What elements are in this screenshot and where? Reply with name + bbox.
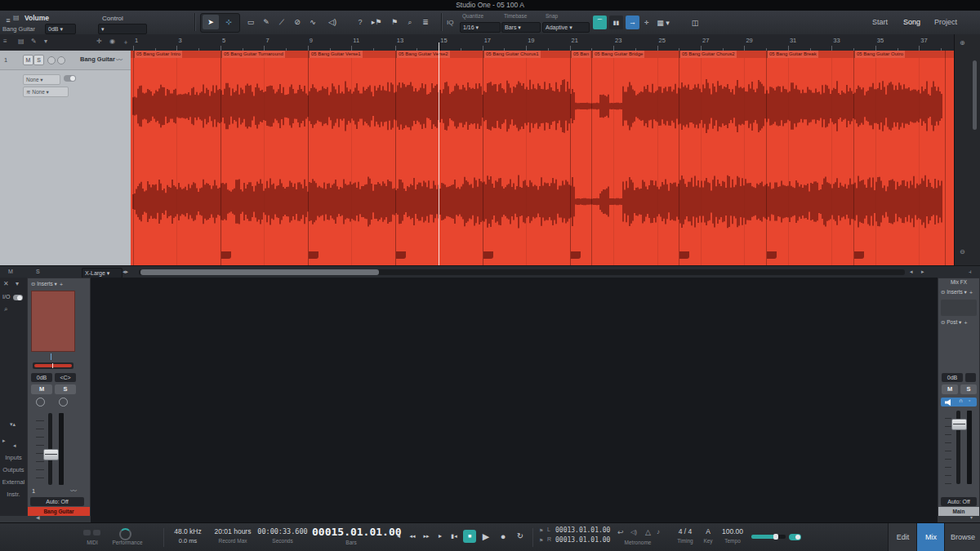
position-display[interactable]: 00015.01.01.00	[312, 526, 390, 538]
zoom-tool-icon[interactable]: ⌕	[403, 15, 417, 29]
view-button-song[interactable]: Song	[903, 11, 931, 34]
panel-button-browse[interactable]: Browse	[944, 523, 980, 551]
listen-tool-button[interactable]: ◁)	[325, 15, 340, 29]
performance-meter-dial[interactable]	[119, 528, 131, 540]
main-pan-box[interactable]	[965, 373, 976, 382]
marker-prev-icon[interactable]: ⚑	[387, 15, 402, 29]
playhead[interactable]	[439, 51, 439, 265]
channel-search-icon[interactable]: ⌕	[4, 305, 7, 313]
macro-icon[interactable]: ≣	[418, 15, 433, 29]
timeline-ruler[interactable]: ≡ ▤ ✎ ▾ ✛ ◉ ＋ 13579111315171921232527293…	[0, 34, 980, 51]
return-to-start-button[interactable]: ▮◂	[448, 530, 461, 543]
paint-tool-button[interactable]: ✎	[259, 15, 274, 29]
main-solo-button[interactable]: S	[960, 384, 977, 394]
global-mute-button[interactable]: M	[8, 269, 13, 274]
help-button[interactable]: ?	[353, 15, 368, 29]
global-solo-button[interactable]: S	[36, 269, 40, 274]
event-section-label[interactable]: 05 Bang Guitar Verse2	[396, 51, 450, 58]
gain-marker[interactable]	[396, 251, 406, 259]
metronome-icon[interactable]: △	[645, 528, 651, 536]
track-mute-button[interactable]: M	[23, 55, 33, 65]
scroll-right-icon[interactable]: ▸	[921, 269, 924, 275]
main-post-header[interactable]: ⊙ Post ▾ ＋	[941, 319, 969, 327]
quantize-dropdown[interactable]: 1/16 ▾	[460, 22, 501, 33]
param-gain-dropdown[interactable]: 0dB ▾	[45, 24, 76, 34]
gain-marker[interactable]	[679, 251, 689, 259]
zoom-out-icon[interactable]: ⊖	[960, 248, 965, 256]
track-monitor-button[interactable]	[57, 56, 65, 64]
arrangement-area[interactable]: 05 Bang Guitar Intro05 Bang Guitar Turna…	[131, 51, 954, 265]
event-section-label[interactable]: 05 Bang Guitar Break	[767, 51, 818, 58]
track-record-arm-button[interactable]	[47, 56, 56, 64]
channel-fader-handle[interactable]	[43, 449, 59, 460]
output-volume-handle[interactable]	[773, 534, 778, 540]
rail-item-instr[interactable]: Instr.	[0, 491, 27, 498]
channel-strip-bang-guitar[interactable]: ⊙ Inserts ▾ ＋ 0dB <C> M S 1 〰 Auto: Off …	[27, 278, 91, 516]
key-value[interactable]: A	[701, 527, 715, 535]
control-link-label[interactable]: Control	[102, 15, 123, 22]
rail-item-inputs[interactable]: Inputs	[0, 454, 27, 461]
gain-marker[interactable]	[767, 251, 777, 259]
channel-gain-value[interactable]: 0dB	[31, 373, 52, 382]
follow-edit-button[interactable]: →	[626, 16, 639, 29]
arrow-tool-button[interactable]: ➤	[203, 15, 219, 29]
precount-icon[interactable]: ↩	[617, 528, 624, 536]
play-button[interactable]: ▶	[479, 530, 492, 543]
next-bar-button[interactable]: ▸	[434, 530, 447, 543]
event-section-label[interactable]: 05 Bang Guitar Verse1	[309, 51, 363, 58]
time-signature-value[interactable]: 4 / 4	[671, 527, 699, 535]
main-name-label[interactable]: Main	[938, 507, 979, 516]
mixfx-label[interactable]: Mix FX	[938, 279, 979, 285]
event-section-label[interactable]: 05 Bang Guitar Bridge	[592, 51, 644, 58]
channel-monitor-button[interactable]	[36, 398, 45, 407]
event-section-label[interactable]: 05 Bang Guitar Turnaround	[221, 51, 285, 58]
track-solo-button[interactable]: S	[33, 55, 44, 65]
panel-button-mix[interactable]: Mix	[916, 523, 945, 551]
prev-bar-button[interactable]: ◂	[392, 530, 405, 543]
channel-pan-value[interactable]: <C>	[55, 373, 76, 382]
rail-item-outputs[interactable]: Outputs	[0, 466, 27, 473]
fast-forward-button[interactable]: ▸▸	[420, 530, 433, 543]
bend-tool-button[interactable]: ∿	[305, 15, 320, 29]
collapse-horizontal-icon[interactable]: ◂	[13, 442, 16, 449]
control-map-dropdown[interactable]: ▾	[98, 24, 147, 34]
input-quantize-toggle[interactable]: IQ	[447, 19, 453, 26]
gain-marker[interactable]	[221, 251, 231, 259]
output-mute-toggle[interactable]	[789, 534, 801, 540]
range-tool-button[interactable]: ▭	[243, 15, 258, 29]
event-section-label[interactable]: 05 Bang Guitar Chorus1	[483, 51, 541, 58]
track-header[interactable]: 1 M S Bang Guitar 〰	[0, 51, 131, 70]
split-tool-button[interactable]: ⟋	[274, 15, 289, 29]
size-arrows-icon[interactable]: ◂▸	[122, 269, 128, 275]
view-button-start[interactable]: Start	[872, 11, 900, 34]
event-section-label[interactable]: 05 Bang Guitar Intro	[134, 51, 182, 58]
loop-start-value[interactable]: 00013.01.01.00	[555, 527, 610, 534]
inserts-header[interactable]: ⊙ Inserts ▾ ＋	[31, 281, 64, 288]
main-inserts-header[interactable]: ⊙ Inserts ▾ ＋	[941, 289, 973, 296]
gain-marker[interactable]	[309, 251, 318, 259]
record-button[interactable]: ●	[497, 530, 510, 543]
main-gain-value[interactable]: 0dB	[942, 373, 963, 382]
rewind-button[interactable]: ◂◂	[406, 530, 419, 543]
wrench-icon[interactable]: ▾	[16, 280, 19, 287]
channel-record-arm-button[interactable]	[59, 398, 68, 407]
connector-icon[interactable]: ◫	[688, 16, 702, 30]
main-automation-mode[interactable]: Auto: Off	[941, 497, 977, 506]
view-button-project[interactable]: Project	[934, 11, 973, 34]
main-channel-strip[interactable]: Mix FX ⊙ Inserts ▾ ＋ ⊙ Post ▾ ＋ 0dB M S …	[938, 278, 980, 516]
horizontal-scroll-track[interactable]	[139, 269, 905, 275]
autoscroll-button[interactable]: ⌒	[593, 16, 607, 29]
gain-marker[interactable]	[854, 251, 864, 259]
event-section-label[interactable]: 05 Bang Guitar Chorus2	[679, 51, 737, 58]
scroll-left-icon[interactable]: ◂	[910, 269, 913, 275]
main-listen-bar[interactable]: ∩ ◦	[941, 398, 977, 407]
expand-horizontal-icon[interactable]: ▸	[2, 438, 6, 444]
resize-handle-icon[interactable]: ⫞	[969, 269, 972, 275]
track-height-button[interactable]: ▮▮	[609, 16, 623, 29]
io-label[interactable]: I/O	[2, 294, 10, 300]
expand-icon[interactable]: ✛	[642, 16, 652, 30]
mute-tool-button[interactable]: ⊘	[290, 15, 305, 29]
automation-mode-dropdown[interactable]: None ▾	[23, 74, 60, 85]
collapse-strip-icon[interactable]: ◀	[36, 514, 40, 520]
note-icon[interactable]: ♪	[657, 528, 660, 535]
